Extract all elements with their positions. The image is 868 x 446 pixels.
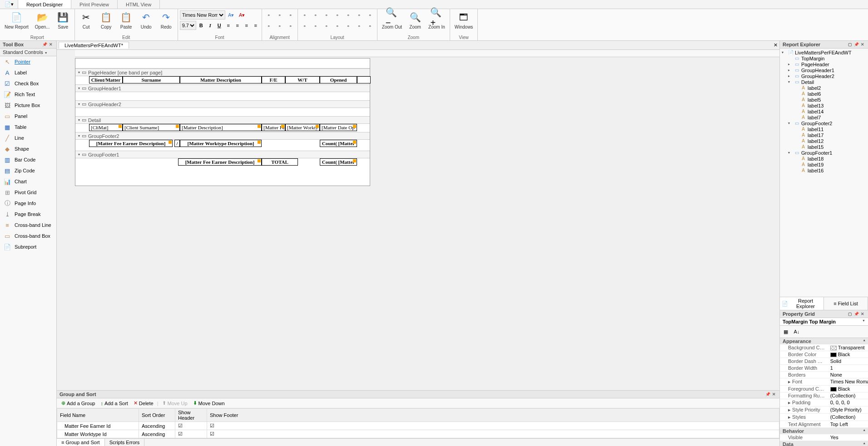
report-label[interactable]: W/T xyxy=(285,76,320,83)
layout-btn-12[interactable]: ▫ xyxy=(343,21,353,31)
layout-btn-8[interactable]: ▫ xyxy=(300,21,310,31)
tab-group-sort[interactable]: ≡Group and Sort xyxy=(57,439,105,446)
copy-button[interactable]: 📋Copy xyxy=(97,10,116,30)
band-content[interactable]: Client/MatterSurnameMatter DescriptionF/… xyxy=(75,76,370,84)
report-label[interactable]: [Matter Fe xyxy=(262,124,285,131)
prop-row[interactable]: Text AlignmentTop Left xyxy=(780,421,868,428)
collapse-icon[interactable]: ▾ xyxy=(78,118,80,122)
band-header[interactable]: ▾▭GroupHeader1 xyxy=(75,84,370,92)
document-close-icon[interactable]: ✕ xyxy=(774,42,778,48)
windows-button[interactable]: 🗔Windows xyxy=(452,10,476,30)
prop-value[interactable]: (Collection) xyxy=(828,392,868,399)
tree-node-label11[interactable]: Alabel11 xyxy=(780,126,868,132)
tab-field-list[interactable]: ≡Field List xyxy=(824,297,868,310)
smart-tag-icon[interactable] xyxy=(353,141,356,144)
smart-tag-icon[interactable] xyxy=(281,125,284,128)
tree-node-label15[interactable]: Alabel15 xyxy=(780,144,868,150)
document-tab[interactable]: LiveMattersPerFEAndWT* xyxy=(59,42,129,49)
tree-node-label5[interactable]: Alabel5 xyxy=(780,97,868,103)
delete-button[interactable]: ✕Delete xyxy=(132,400,155,407)
toolbox-item-cross-band-box[interactable]: ▭Cross-band Box xyxy=(0,230,56,241)
expand-icon[interactable]: ▾ xyxy=(788,151,793,155)
app-icon[interactable]: 📄▾ xyxy=(0,0,18,9)
italic-button[interactable]: I xyxy=(206,21,214,29)
prop-value[interactable]: 1 xyxy=(828,365,868,371)
explorer-close-icon[interactable]: ✕ xyxy=(860,42,865,47)
align-left-button[interactable]: ≡ xyxy=(224,21,233,29)
tab-report-explorer[interactable]: 📄Report Explorer xyxy=(780,297,824,310)
layout-btn-14[interactable]: ▫ xyxy=(365,21,375,31)
gs-order[interactable]: Ascending xyxy=(139,422,175,430)
align-top-right[interactable]: ▫ xyxy=(286,10,296,20)
toolbox-item-table[interactable]: ▦Table xyxy=(0,122,56,132)
report-label[interactable]: [Matter Workty xyxy=(285,124,320,131)
gs-show-header[interactable]: ☑ xyxy=(175,430,207,438)
align-mid-center[interactable]: ▫ xyxy=(275,21,285,31)
band-header[interactable]: ▾▭Detail xyxy=(75,116,370,124)
layout-btn-5[interactable]: ▫ xyxy=(343,10,353,20)
move-up-button[interactable]: ⬆Move Up xyxy=(160,400,189,407)
gs-show-footer[interactable]: ☑ xyxy=(207,430,779,438)
smart-tag-icon[interactable] xyxy=(316,125,319,128)
prop-row[interactable]: Border Dash StyleSolid xyxy=(780,358,868,365)
tree-node-pageheader[interactable]: ▸▭PageHeader xyxy=(780,61,868,67)
band-content[interactable] xyxy=(75,92,370,100)
save-button[interactable]: 💾Save xyxy=(54,10,73,30)
align-top-center[interactable]: ▫ xyxy=(275,10,285,20)
tree-node-label13[interactable]: Alabel13 xyxy=(780,103,868,108)
zoom-out-button[interactable]: 🔍−Zoom Out xyxy=(379,10,405,30)
prop-row[interactable]: VisibleYes xyxy=(780,434,868,441)
align-justify-button[interactable]: ≡ xyxy=(252,21,260,29)
prop-category[interactable]: Appearance▴ xyxy=(780,338,868,344)
report-label[interactable]: / xyxy=(174,140,180,147)
layout-btn-7[interactable]: ▫ xyxy=(365,10,375,20)
design-surface[interactable]: ▾▭PageHeader [one band per page]Client/M… xyxy=(75,58,370,186)
smart-tag-icon[interactable] xyxy=(258,125,261,128)
prop-value[interactable]: Top Left xyxy=(828,421,868,427)
prop-row[interactable]: Background ColorTransparent xyxy=(780,344,868,351)
layout-btn-11[interactable]: ▫ xyxy=(332,21,342,31)
collapse-icon[interactable]: ▾ xyxy=(78,152,80,157)
tree-node-livemattersperfeandwt[interactable]: ▾📄LiveMattersPerFEAndWT xyxy=(780,49,868,55)
toolbox-item-pivot-grid[interactable]: ⊞Pivot Grid xyxy=(0,187,56,198)
toolbox-item-picture-box[interactable]: 🖼Picture Box xyxy=(0,100,56,111)
prop-value[interactable]: Times New Roman,... xyxy=(828,378,868,385)
explorer-tree[interactable]: ▾📄LiveMattersPerFEAndWT▭TopMargin▸▭PageH… xyxy=(780,49,868,297)
report-label[interactable]: Count( [Matter xyxy=(320,140,357,147)
report-label[interactable]: [Matter Worktype Description] xyxy=(180,140,262,147)
prop-row[interactable]: BordersNone xyxy=(780,372,868,378)
band-header[interactable]: ▾▭PageHeader [one band per page] xyxy=(75,69,370,76)
smart-tag-icon[interactable] xyxy=(169,141,172,144)
collapse-icon[interactable]: ▾ xyxy=(78,134,80,138)
expand-icon[interactable]: ▸ xyxy=(788,62,793,66)
report-label[interactable]: Matter Description xyxy=(180,76,262,83)
smart-tag-icon[interactable] xyxy=(353,125,356,128)
tree-node-groupheader2[interactable]: ▸▭GroupHeader2 xyxy=(780,73,868,79)
undo-button[interactable]: ↶Undo xyxy=(137,10,156,30)
add-group-button[interactable]: ⊕Add a Group xyxy=(60,400,97,407)
prop-row[interactable]: ▸ Styles(Collection) xyxy=(780,414,868,421)
toolbox-item-chart[interactable]: 📊Chart xyxy=(0,176,56,187)
gs-order[interactable]: Ascending xyxy=(139,430,175,438)
tree-node-groupfooter2[interactable]: ▾▭GroupFooter2 xyxy=(780,120,868,126)
layout-btn-3[interactable]: ▫ xyxy=(322,10,332,20)
propgrid-pin-icon[interactable]: 📌 xyxy=(853,311,859,317)
toolbox-item-label[interactable]: ALabel xyxy=(0,67,56,78)
toolbox-item-page-info[interactable]: ⓘPage Info xyxy=(0,198,56,209)
expand-icon[interactable]: ▾ xyxy=(788,80,793,84)
toolbox-item-subreport[interactable]: 📄Subreport xyxy=(0,241,56,252)
report-label[interactable]: TOTAL xyxy=(262,158,298,166)
band-content[interactable] xyxy=(75,108,370,116)
report-label[interactable]: Surname xyxy=(123,76,180,83)
tab-scripts-errors[interactable]: Scripts Errors xyxy=(105,439,145,446)
propgrid-categorized-icon[interactable]: ▦ xyxy=(781,327,791,337)
underline-button[interactable]: U xyxy=(215,21,223,29)
collapse-icon[interactable]: ▾ xyxy=(78,102,80,106)
report-label[interactable]: Count( [Matter xyxy=(320,158,357,166)
tree-node-groupheader1[interactable]: ▸▭GroupHeader1 xyxy=(780,67,868,73)
tree-node-label18[interactable]: Alabel18 xyxy=(780,156,868,162)
collapse-icon[interactable]: ▾ xyxy=(78,70,80,74)
toolbox-item-pointer[interactable]: ↖Pointer xyxy=(0,56,56,67)
report-label[interactable]: [Matter Date Op xyxy=(320,124,357,131)
prop-value[interactable]: Transparent xyxy=(828,344,868,351)
